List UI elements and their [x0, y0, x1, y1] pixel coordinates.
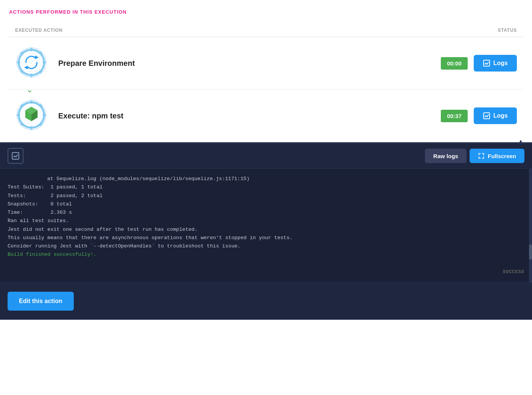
- log-line-5: Ran all test suites.: [8, 217, 524, 225]
- action-2-name: Execute: npm test: [58, 112, 441, 120]
- col-action-label: EXECUTED ACTION: [15, 28, 62, 33]
- action-2-icon: [15, 99, 49, 133]
- log-status-badge: SUCCESS: [503, 269, 524, 276]
- log-line-2: Tests: 2 passed, 2 total: [8, 192, 524, 200]
- svg-rect-2: [30, 48, 33, 51]
- action-2-logs-button[interactable]: Logs: [474, 107, 517, 124]
- svg-rect-16: [30, 126, 33, 130]
- svg-rect-15: [30, 100, 33, 104]
- svg-rect-3: [30, 74, 33, 78]
- col-status-label: STATUS: [498, 28, 517, 33]
- action-1-time: 00:00: [441, 57, 467, 70]
- edit-action-button[interactable]: Edit this action: [8, 292, 74, 311]
- log-line-8: Consider running Jest with `--detectOpen…: [8, 242, 524, 250]
- log-line-7: This usually means that there are asynch…: [8, 234, 524, 242]
- log-content: at Sequelize.log (node_modules/sequelize…: [0, 169, 532, 282]
- svg-rect-12: [484, 60, 490, 66]
- log-panel-header: Raw logs Fullscreen: [0, 143, 532, 169]
- log-scrollbar-thumb[interactable]: [529, 244, 532, 260]
- fullscreen-icon: [478, 152, 485, 159]
- bottom-bar: Edit this action: [0, 282, 532, 320]
- log-line-4: Time: 2.363 s: [8, 208, 524, 217]
- logs-icon-2: [483, 112, 490, 120]
- log-line-3: Snapshots: 0 total: [8, 200, 524, 208]
- svg-rect-18: [43, 114, 47, 116]
- action-1-logs-button[interactable]: Logs: [474, 55, 517, 72]
- main-container: ACTIONS PERFORMED IN THIS EXECUTION EXEC…: [0, 0, 532, 142]
- raw-logs-button[interactable]: Raw logs: [425, 149, 467, 163]
- action-1-icon: [15, 46, 49, 80]
- action-row-1: Prepare Environment 00:00 Logs ⌄: [9, 37, 523, 90]
- log-line-1: Test Suites: 1 passed, 1 total: [8, 183, 524, 191]
- action-2-time: 00:37: [441, 110, 467, 122]
- log-scrollbar[interactable]: [529, 169, 532, 282]
- log-line-0: at Sequelize.log (node_modules/sequelize…: [8, 175, 524, 183]
- action-1-name: Prepare Environment: [58, 59, 441, 68]
- log-panel-icon: [8, 148, 23, 164]
- svg-rect-27: [12, 152, 19, 159]
- log-line-6: Jest did not exit one second after the t…: [8, 225, 524, 234]
- log-panel-actions: Raw logs Fullscreen: [425, 149, 524, 163]
- svg-rect-26: [484, 113, 490, 119]
- svg-rect-17: [17, 114, 20, 116]
- svg-rect-5: [43, 61, 47, 64]
- logs-icon-1: [483, 59, 490, 67]
- svg-rect-4: [17, 61, 20, 64]
- chevron-down-icon: ⌄: [26, 85, 33, 95]
- log-panel: Raw logs Fullscreen at Sequelize.log (no…: [0, 142, 532, 282]
- log-line-9: Build finished successfully!.: [8, 250, 524, 259]
- table-header: EXECUTED ACTION STATUS: [9, 24, 523, 37]
- fullscreen-button[interactable]: Fullscreen: [470, 149, 524, 163]
- action-row-2: Execute: npm test 00:37 Logs: [9, 90, 523, 142]
- section-title: ACTIONS PERFORMED IN THIS EXECUTION: [9, 9, 523, 15]
